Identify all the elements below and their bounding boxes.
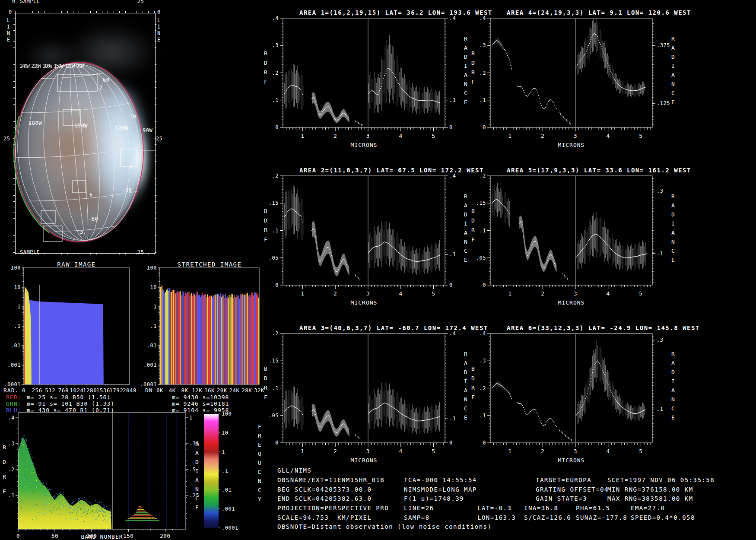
- svg-text:.1: .1: [222, 468, 228, 474]
- svg-text:2: 2: [541, 448, 544, 454]
- svg-text:.1: .1: [272, 97, 279, 103]
- svg-text:4: 4: [607, 133, 610, 139]
- svg-text:A: A: [671, 202, 675, 209]
- svg-text:I: I: [464, 63, 467, 69]
- svg-text:0: 0: [449, 440, 453, 446]
- svg-text:3: 3: [366, 290, 370, 297]
- svg-text:0: 0: [16, 533, 20, 539]
- svg-text:.001: .001: [7, 362, 21, 368]
- svg-text:3: 3: [366, 448, 370, 454]
- svg-text:I: I: [671, 378, 675, 384]
- area-plot-4: AREA 4=(24,19,3,3) LAT= 9.1 LON= 120.6 W…: [471, 9, 691, 148]
- svg-text:.125: .125: [657, 100, 670, 106]
- svg-text:1: 1: [17, 304, 21, 310]
- svg-text:.1: .1: [272, 228, 279, 234]
- svg-text:F: F: [264, 79, 267, 85]
- svg-text:1: 1: [301, 448, 304, 454]
- svg-text:5: 5: [432, 290, 435, 297]
- svg-text:.15: .15: [269, 358, 279, 364]
- svg-text:.4: .4: [449, 330, 456, 337]
- svg-text:1: 1: [508, 448, 511, 454]
- svg-text:A: A: [464, 229, 467, 236]
- svg-text:.2: .2: [272, 70, 279, 76]
- area-plot-3: AREA 3=(40,6,3,7) LAT= -60.7 LON= 172.4 …: [264, 324, 488, 464]
- area-box: [121, 149, 137, 166]
- svg-text:0: 0: [449, 124, 453, 130]
- area-plot-6: AREA 6=(33,12,3,3) LAT= -24.9 LON= 145.8…: [471, 324, 700, 464]
- svg-text:4: 4: [607, 448, 610, 454]
- svg-text:AREA 2=(11,8,3,7) LAT= 67.5 L: AREA 2=(11,8,3,7) LAT= 67.5 LON= 172.2 W…: [299, 167, 484, 174]
- area-box: [73, 181, 86, 193]
- svg-text:I: I: [671, 63, 675, 69]
- svg-text:3: 3: [574, 448, 577, 454]
- svg-text:.1: .1: [657, 406, 663, 412]
- svg-text:E: E: [671, 257, 675, 263]
- svg-text:.01: .01: [11, 343, 21, 349]
- svg-text:.0001: .0001: [222, 525, 238, 531]
- svg-text:150: 150: [123, 533, 133, 539]
- svg-text:28K: 28K: [241, 387, 252, 394]
- svg-text:C: C: [464, 405, 467, 412]
- svg-text:.2: .2: [272, 173, 279, 179]
- svg-text:12K: 12K: [192, 387, 202, 394]
- svg-text:4: 4: [607, 290, 610, 297]
- svg-text:B: B: [471, 365, 475, 372]
- svg-text:E: E: [464, 99, 467, 105]
- svg-text:F: F: [264, 236, 267, 243]
- svg-text:C: C: [464, 248, 467, 254]
- svg-text:D: D: [671, 54, 675, 60]
- svg-text:R: R: [471, 227, 475, 233]
- svg-text:A: A: [464, 44, 467, 51]
- svg-text:D: D: [471, 60, 475, 66]
- svg-text:.1: .1: [480, 228, 486, 234]
- svg-text:C: C: [671, 90, 675, 96]
- svg-text:F: F: [471, 236, 475, 243]
- svg-text:D: D: [264, 60, 267, 66]
- svg-text:R: R: [464, 351, 467, 357]
- svg-text:D: D: [471, 217, 475, 224]
- svg-text:RED:: RED:: [6, 394, 21, 400]
- svg-text:1: 1: [153, 304, 157, 310]
- svg-text:10: 10: [14, 284, 21, 290]
- svg-text:A: A: [195, 477, 199, 483]
- svg-text:.375: .375: [657, 42, 670, 48]
- svg-text:0K: 0K: [156, 387, 163, 394]
- svg-text:2: 2: [541, 290, 544, 297]
- area-plot-5: AREA 5=(17,9,3,3) LAT= 33.6 LON= 161.2 W…: [471, 167, 691, 306]
- svg-text:.2: .2: [480, 385, 486, 391]
- frequency-colorbar: [204, 414, 219, 528]
- svg-text:D: D: [464, 54, 467, 60]
- svg-text:4: 4: [399, 448, 403, 454]
- svg-text:16K: 16K: [204, 387, 215, 394]
- svg-text:E: E: [258, 469, 261, 475]
- svg-text:5: 5: [639, 448, 642, 454]
- svg-text:.3: .3: [8, 441, 15, 447]
- svg-text:A: A: [464, 387, 467, 394]
- svg-text:.3: .3: [272, 42, 279, 48]
- svg-text:.3: .3: [480, 42, 486, 48]
- svg-text:A: A: [195, 450, 199, 456]
- svg-text:A: A: [671, 44, 675, 51]
- svg-text:E: E: [464, 257, 467, 263]
- raw-image-histogram: 100101.1.01.001.0001RAD.0256512768102412…: [3, 265, 137, 413]
- svg-text:.05: .05: [269, 413, 279, 419]
- svg-text:.15: .15: [476, 200, 486, 206]
- svg-text:.4: .4: [272, 15, 279, 21]
- svg-text:3: 3: [574, 133, 577, 139]
- svg-text:.2: .2: [272, 330, 279, 337]
- stretched-image-histogram: 100101.1.01.001.0001DN0K4K8K12K16K20K24K…: [140, 265, 264, 413]
- svg-text:R: R: [264, 69, 267, 76]
- svg-text:m= 91 s= 101 B30 (1.33): m= 91 s= 101 B30 (1.33): [27, 400, 114, 407]
- globe-overlay: [9, 58, 155, 246]
- svg-text:.3: .3: [657, 337, 663, 343]
- svg-text:Q: Q: [258, 451, 261, 457]
- svg-text:0: 0: [22, 387, 25, 394]
- svg-text:1: 1: [189, 415, 193, 421]
- svg-text:.1: .1: [657, 251, 663, 257]
- svg-text:.4: .4: [480, 15, 486, 21]
- svg-text:N: N: [671, 238, 675, 245]
- svg-text:D: D: [464, 211, 467, 218]
- svg-text:.0001: .0001: [4, 381, 21, 388]
- svg-text:I: I: [464, 378, 467, 384]
- svg-text:100: 100: [147, 265, 157, 271]
